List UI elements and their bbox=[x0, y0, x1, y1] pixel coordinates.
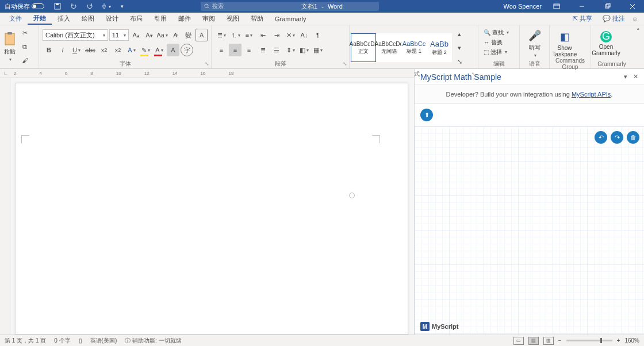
tab-design[interactable]: 设计 bbox=[100, 13, 124, 25]
launcher-icon[interactable]: ⤡ bbox=[205, 61, 209, 67]
close-icon[interactable] bbox=[622, 0, 643, 13]
tab-view[interactable]: 视图 bbox=[221, 13, 245, 25]
focus-mode-icon[interactable]: ▭ bbox=[513, 337, 524, 345]
multilevel-list-icon[interactable]: ≡▾ bbox=[243, 29, 255, 41]
tab-file[interactable]: 文件 bbox=[3, 13, 28, 25]
decrease-indent-icon[interactable]: ⇤ bbox=[256, 29, 269, 41]
zoom-in-icon[interactable]: + bbox=[617, 337, 620, 344]
word-count[interactable]: 0 个字 bbox=[54, 337, 70, 345]
dictate-button[interactable]: 🎤 听写▾ bbox=[520, 26, 549, 58]
shading-icon[interactable]: ◧▾ bbox=[298, 44, 310, 56]
undo-icon[interactable] bbox=[70, 2, 78, 10]
upload-button[interactable]: ⬆ bbox=[420, 109, 433, 121]
autosave-toggle[interactable]: 自动保存 bbox=[1, 2, 48, 11]
show-taskpane-button[interactable]: ◧ Show Taskpane bbox=[550, 28, 580, 57]
bold-icon[interactable]: B bbox=[43, 44, 55, 56]
superscript-icon[interactable]: x2 bbox=[112, 44, 124, 56]
sort-icon[interactable]: A↓ bbox=[298, 29, 310, 41]
clear-format-icon[interactable]: A◇ bbox=[170, 29, 182, 41]
increase-indent-icon[interactable]: ⇥ bbox=[270, 29, 283, 41]
accessibility-status[interactable]: ⓘ 辅助功能: 一切就绪 bbox=[125, 337, 181, 345]
text-effects-icon[interactable]: A▾ bbox=[125, 44, 138, 56]
print-layout-icon[interactable]: ▤ bbox=[528, 337, 539, 345]
smiley-feedback-icon[interactable]: ☺ bbox=[632, 16, 638, 22]
pane-menu-icon[interactable]: ▾ bbox=[624, 73, 627, 80]
pane-close-icon[interactable]: ✕ bbox=[633, 73, 638, 80]
myscript-apis-link[interactable]: MyScript APIs bbox=[572, 91, 611, 98]
asian-layout-icon[interactable]: ✕▾ bbox=[284, 29, 297, 41]
document-page[interactable] bbox=[15, 83, 408, 335]
search-input[interactable]: 搜索 bbox=[201, 2, 379, 11]
zoom-out-icon[interactable]: − bbox=[558, 337, 562, 344]
borders-icon[interactable]: ▦▾ bbox=[312, 44, 324, 56]
underline-icon[interactable]: U▾ bbox=[70, 44, 83, 56]
font-name-input[interactable]: Calibri (西文正文)▾ bbox=[43, 29, 108, 41]
styles-scroll-down-icon[interactable]: ▾ bbox=[453, 41, 466, 54]
style-no-spacing[interactable]: AaBbCcDc无间隔 bbox=[376, 33, 401, 62]
page-count[interactable]: 第 1 页，共 1 页 bbox=[5, 337, 46, 345]
horizontal-ruler[interactable]: ∟ 24681012141618 bbox=[0, 69, 414, 78]
tab-layout[interactable]: 布局 bbox=[124, 13, 148, 25]
save-icon[interactable] bbox=[53, 2, 62, 10]
font-color-icon[interactable]: A▾ bbox=[153, 44, 166, 56]
zoom-slider[interactable] bbox=[566, 340, 612, 341]
tab-review[interactable]: 审阅 bbox=[197, 13, 221, 25]
style-heading1[interactable]: AaBbCc标题 1 bbox=[401, 33, 427, 62]
undo-button[interactable]: ↶ bbox=[595, 131, 607, 144]
tab-mail[interactable]: 邮件 bbox=[172, 13, 197, 25]
replace-button[interactable]: ↔替换 bbox=[482, 38, 511, 47]
tab-insert[interactable]: 插入 bbox=[52, 13, 76, 25]
launcher-icon[interactable]: ⤡ bbox=[343, 61, 347, 67]
delete-button[interactable]: 🗑 bbox=[627, 131, 639, 144]
line-spacing-icon[interactable]: ⇕▾ bbox=[284, 44, 297, 56]
style-heading2[interactable]: AaBb标题 2 bbox=[427, 33, 452, 62]
phonetic-guide-icon[interactable]: 變 bbox=[182, 29, 194, 41]
tab-selector-icon[interactable]: ∟ bbox=[3, 71, 8, 76]
comments-button[interactable]: 💬批注 bbox=[599, 14, 628, 23]
launcher-icon[interactable]: ⤡ bbox=[471, 71, 476, 77]
tab-help[interactable]: 帮助 bbox=[245, 13, 269, 25]
zoom-level[interactable]: 160% bbox=[624, 337, 639, 344]
redo-button[interactable]: ↷ bbox=[611, 131, 623, 144]
numbering-icon[interactable]: ⒈▾ bbox=[229, 29, 241, 41]
share-button[interactable]: ⇱共享 bbox=[569, 14, 596, 23]
strikethrough-icon[interactable]: abc bbox=[84, 44, 97, 56]
italic-icon[interactable]: I bbox=[56, 44, 69, 56]
style-normal[interactable]: AaBbCcDc正文 bbox=[351, 33, 376, 62]
tab-draw[interactable]: 绘图 bbox=[76, 13, 100, 25]
user-name[interactable]: Woo Spencer bbox=[504, 3, 542, 10]
char-shading-icon[interactable]: A bbox=[167, 44, 179, 56]
distribute-icon[interactable]: ☰ bbox=[270, 44, 283, 56]
minimize-icon[interactable] bbox=[572, 0, 592, 13]
copy-icon[interactable]: ⧉ bbox=[18, 40, 31, 53]
cut-icon[interactable]: ✂ bbox=[18, 26, 31, 39]
bullets-icon[interactable]: ≣▾ bbox=[215, 29, 228, 41]
grow-font-icon[interactable]: A▴ bbox=[130, 29, 142, 41]
ribbon-display-icon[interactable] bbox=[546, 0, 567, 13]
touch-mode-icon[interactable]: ▾ bbox=[102, 2, 110, 10]
open-grammarly-button[interactable]: G Open Grammarly bbox=[591, 29, 621, 56]
find-button[interactable]: 🔍查找▾ bbox=[482, 28, 511, 37]
change-case-icon[interactable]: Aa▾ bbox=[156, 29, 168, 41]
tab-grammarly[interactable]: Grammarly bbox=[269, 13, 312, 25]
tab-references[interactable]: 引用 bbox=[148, 13, 172, 25]
redo-icon[interactable] bbox=[86, 2, 94, 10]
shrink-font-icon[interactable]: A▾ bbox=[143, 29, 155, 41]
collapse-ribbon-icon[interactable]: ˄ bbox=[632, 25, 644, 68]
align-left-icon[interactable]: ≡ bbox=[215, 44, 228, 56]
enclose-chars-icon[interactable]: A bbox=[195, 29, 208, 41]
align-center-icon[interactable]: ≡ bbox=[229, 44, 241, 56]
qat-customize-icon[interactable]: ▾ bbox=[118, 2, 126, 10]
language-status[interactable]: 英语(美国) bbox=[90, 337, 117, 345]
paste-button[interactable]: 粘贴 ▾ bbox=[3, 32, 16, 62]
highlight-icon[interactable]: ✎▾ bbox=[139, 44, 152, 56]
tab-home[interactable]: 开始 bbox=[28, 13, 52, 25]
restore-icon[interactable] bbox=[597, 0, 618, 13]
justify-icon[interactable]: ≣ bbox=[256, 44, 269, 56]
subscript-icon[interactable]: x2 bbox=[98, 44, 110, 56]
font-size-input[interactable]: 11▾ bbox=[109, 29, 129, 41]
math-canvas[interactable]: ↶ ↷ 🗑 M MyScript bbox=[415, 126, 644, 335]
styles-scroll-up-icon[interactable]: ▴ bbox=[453, 28, 466, 40]
select-button[interactable]: ⬚选择▾ bbox=[482, 48, 511, 57]
spellcheck-icon[interactable]: ▯ bbox=[79, 337, 82, 344]
